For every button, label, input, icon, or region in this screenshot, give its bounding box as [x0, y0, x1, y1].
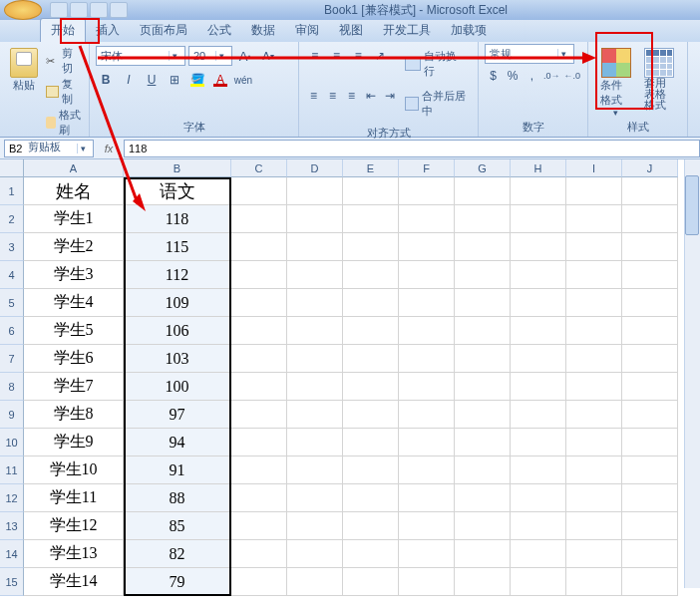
vertical-scrollbar[interactable] [684, 159, 700, 588]
cell[interactable] [566, 205, 622, 233]
cell[interactable] [566, 540, 622, 568]
align-top-button[interactable]: ≡ [305, 46, 325, 66]
font-color-button[interactable]: A [210, 70, 230, 90]
cell[interactable] [622, 429, 678, 456]
cell[interactable] [455, 429, 511, 456]
tab-view[interactable]: 视图 [329, 19, 373, 42]
align-left-button[interactable]: ≡ [305, 86, 322, 106]
decrease-indent-button[interactable]: ⇤ [362, 86, 379, 106]
cell[interactable] [287, 540, 343, 568]
cell[interactable] [455, 512, 511, 540]
cell[interactable] [231, 401, 287, 429]
cell[interactable] [287, 484, 343, 512]
column-header[interactable]: G [455, 159, 511, 177]
cell[interactable] [399, 429, 455, 456]
row-header[interactable]: 3 [0, 233, 24, 261]
cell[interactable] [287, 512, 343, 540]
cell[interactable] [622, 373, 678, 401]
column-header[interactable]: I [566, 159, 622, 177]
cell[interactable]: 学生11 [24, 484, 124, 512]
cell[interactable] [622, 512, 678, 540]
cell[interactable] [455, 345, 511, 373]
cell[interactable] [455, 205, 511, 233]
cell[interactable] [622, 456, 678, 484]
column-header[interactable]: H [511, 159, 566, 177]
align-center-button[interactable]: ≡ [324, 86, 341, 106]
cell[interactable] [566, 456, 622, 484]
cell[interactable] [566, 289, 622, 317]
cell[interactable]: 学生9 [24, 429, 124, 456]
cell[interactable] [287, 456, 343, 484]
percent-button[interactable]: % [504, 66, 521, 86]
grow-font-button[interactable]: A▴ [235, 46, 255, 66]
cell[interactable] [399, 261, 455, 289]
cell[interactable]: 88 [124, 484, 231, 512]
cell[interactable] [231, 512, 287, 540]
cell[interactable] [287, 345, 343, 373]
column-header[interactable]: E [343, 159, 399, 177]
align-bottom-button[interactable]: ≡ [349, 46, 369, 66]
select-all-corner[interactable] [0, 159, 24, 177]
cell[interactable]: 学生5 [24, 317, 124, 345]
cell[interactable] [622, 568, 678, 596]
cut-button[interactable]: ✂剪切 [46, 46, 83, 76]
cell[interactable]: 118 [124, 205, 231, 233]
column-header[interactable]: D [287, 159, 343, 177]
cell[interactable]: 94 [124, 429, 231, 456]
cell[interactable] [399, 401, 455, 429]
row-header[interactable]: 10 [0, 429, 24, 456]
cell[interactable] [622, 177, 678, 205]
cell[interactable] [622, 205, 678, 233]
cell[interactable] [622, 317, 678, 345]
cell[interactable]: 85 [124, 512, 231, 540]
cell[interactable]: 学生4 [24, 289, 124, 317]
cell[interactable] [399, 512, 455, 540]
copy-button[interactable]: 复制 [46, 77, 83, 107]
cell[interactable] [287, 261, 343, 289]
orientation-button[interactable]: ↗ [370, 46, 390, 66]
fill-color-button[interactable]: 🪣 [187, 70, 207, 90]
cell[interactable] [511, 429, 566, 456]
cell[interactable] [343, 289, 399, 317]
cell[interactable] [622, 484, 678, 512]
cell[interactable] [231, 540, 287, 568]
cell[interactable] [231, 205, 287, 233]
cell[interactable] [343, 484, 399, 512]
column-header[interactable]: J [622, 159, 678, 177]
cell[interactable]: 学生12 [24, 512, 124, 540]
cell[interactable] [566, 568, 622, 596]
cell[interactable] [455, 233, 511, 261]
row-header[interactable]: 13 [0, 512, 24, 540]
row-header[interactable]: 9 [0, 401, 24, 429]
row-header[interactable]: 6 [0, 317, 24, 345]
cell[interactable] [399, 205, 455, 233]
tab-developer[interactable]: 开发工具 [373, 19, 441, 42]
row-header[interactable]: 12 [0, 484, 24, 512]
row-header[interactable]: 15 [0, 568, 24, 596]
cell[interactable] [566, 345, 622, 373]
currency-button[interactable]: $ [485, 66, 502, 86]
cell[interactable] [343, 261, 399, 289]
align-middle-button[interactable]: ≡ [327, 46, 347, 66]
cell[interactable] [511, 317, 566, 345]
cell[interactable] [511, 373, 566, 401]
cell[interactable] [622, 233, 678, 261]
underline-button[interactable]: U [142, 70, 162, 90]
cell[interactable]: 姓名 [24, 177, 124, 205]
cell[interactable] [343, 317, 399, 345]
align-right-button[interactable]: ≡ [343, 86, 360, 106]
cell[interactable] [287, 429, 343, 456]
cell[interactable] [566, 429, 622, 456]
cell[interactable] [511, 345, 566, 373]
font-size-combo[interactable]: 20▾ [188, 46, 232, 66]
cell[interactable] [455, 568, 511, 596]
row-header[interactable]: 1 [0, 177, 24, 205]
cell[interactable] [287, 289, 343, 317]
tab-addins[interactable]: 加载项 [441, 19, 497, 42]
cell[interactable] [511, 540, 566, 568]
cell[interactable] [399, 540, 455, 568]
cell[interactable] [343, 512, 399, 540]
cell[interactable] [399, 233, 455, 261]
cell[interactable] [511, 456, 566, 484]
cell[interactable] [231, 456, 287, 484]
